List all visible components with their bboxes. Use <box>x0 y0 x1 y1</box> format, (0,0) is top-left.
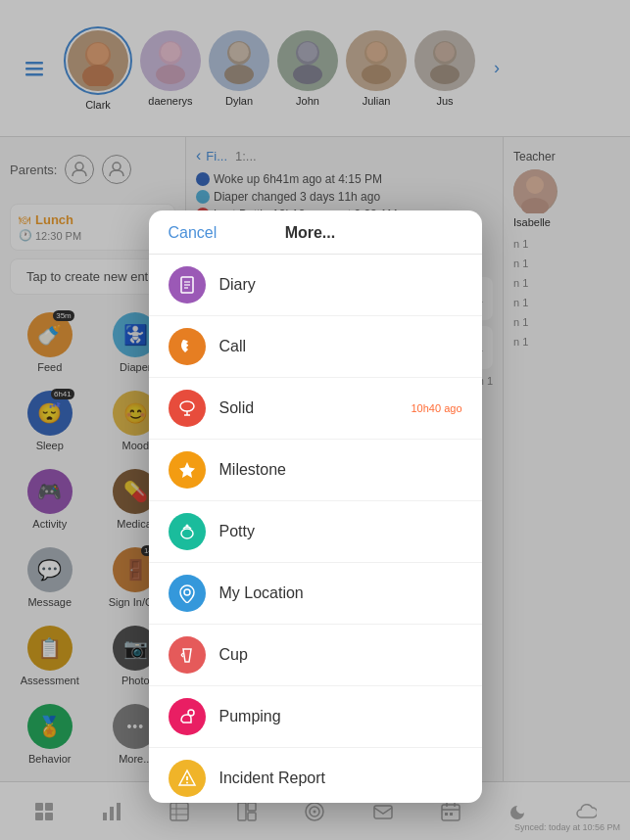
svg-point-58 <box>181 529 193 538</box>
modal-item-location[interactable]: My Location <box>149 563 482 625</box>
modal-item-incident[interactable]: Incident Report <box>149 748 482 803</box>
solid-badge: 10h40 ago <box>412 402 462 414</box>
svg-point-59 <box>185 525 188 528</box>
milestone-icon <box>169 451 206 489</box>
modal-item-call[interactable]: Call <box>149 316 482 378</box>
svg-point-63 <box>188 710 194 716</box>
modal-items-list: Diary Call <box>149 255 482 803</box>
call-label: Call <box>219 338 462 355</box>
incident-label: Incident Report <box>219 770 462 787</box>
location-icon <box>169 575 206 612</box>
modal-item-cup[interactable]: Cup <box>149 625 482 686</box>
pumping-icon <box>169 698 206 735</box>
modal-item-milestone[interactable]: Milestone <box>149 440 482 501</box>
svg-marker-57 <box>179 462 195 478</box>
more-modal: Cancel More... Diary <box>149 210 482 803</box>
modal-item-pumping[interactable]: Pumping <box>149 686 482 748</box>
incident-icon <box>169 760 206 797</box>
modal-cancel-button[interactable]: Cancel <box>169 224 218 242</box>
diary-label: Diary <box>219 276 462 294</box>
cup-label: Cup <box>219 646 462 664</box>
pumping-label: Pumping <box>219 708 462 725</box>
modal-item-potty[interactable]: Potty <box>149 501 482 563</box>
call-icon <box>169 328 206 365</box>
modal-header: Cancel More... <box>149 210 482 255</box>
svg-point-66 <box>186 782 188 784</box>
modal-item-diary[interactable]: Diary <box>149 255 482 316</box>
milestone-label: Milestone <box>219 461 462 479</box>
svg-point-60 <box>184 589 190 595</box>
potty-icon <box>169 513 206 550</box>
modal-title: More... <box>285 224 336 242</box>
modal-item-solid[interactable]: Solid 10h40 ago <box>149 378 482 440</box>
location-label: My Location <box>219 584 462 602</box>
solid-label: Solid <box>219 399 412 417</box>
diary-icon <box>169 266 206 303</box>
solid-icon <box>169 390 206 427</box>
svg-line-62 <box>181 655 183 657</box>
cup-icon <box>169 636 206 674</box>
svg-point-54 <box>180 401 194 411</box>
potty-label: Potty <box>219 523 462 540</box>
app-container: Clark daenerys <box>0 0 630 840</box>
